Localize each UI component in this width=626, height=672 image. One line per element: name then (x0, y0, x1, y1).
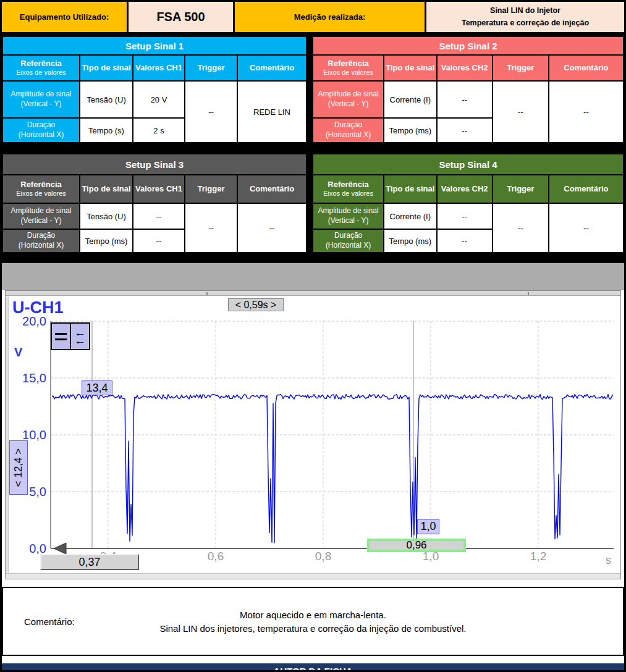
setup4-comment-value: -- (549, 203, 624, 253)
setup1-title: Setup Sinal 1 (2, 36, 307, 55)
setup1-amplitude-label: Amplitude de sinal(Vertical - Y) (2, 81, 80, 118)
measurement-value-line1: Sinal LIN do Injetor (490, 5, 560, 17)
setup3-col-trigger: Trigger (185, 175, 237, 203)
setup1-col-signal-type: Tipo de sinal (80, 55, 133, 81)
setup2-col-comment: Comentário (549, 55, 624, 81)
cursor2-voltage-readout: 1,0 (417, 519, 439, 534)
setup4-col-signal-type: Tipo de sinal (384, 175, 436, 203)
setup4-trigger-value: -- (493, 203, 549, 253)
footer-section-title: AUTOR DA FICHA (2, 666, 624, 670)
setup2-amplitude-label: Amplitude de sinal(Vertical - Y) (313, 81, 384, 118)
setup2-title: Setup Sinal 2 (313, 36, 624, 55)
setup4-col-trigger: Trigger (493, 175, 549, 203)
setup1-duration-value: 2 s (133, 118, 185, 143)
setup4-amplitude-value: -- (437, 203, 493, 229)
report-sheet: Equipamento Utilizado: FSA 500 Medição r… (0, 0, 626, 672)
setup-signal-4-table: Setup Sinal 4 ReferênciaEixos de valores… (312, 153, 624, 253)
cursor-delta-voltage-readout: < 12,4 > (9, 440, 28, 495)
setup2-col-values: Valores CH2 (437, 55, 493, 81)
setup3-amplitude-value: -- (133, 203, 185, 229)
setup-signal-2-table: Setup Sinal 2 ReferênciaEixos de valores… (312, 36, 624, 143)
setup1-col-reference: ReferênciaEixos de valores (2, 55, 80, 81)
cursor-delta-time-readout: < 0,59s > (228, 298, 284, 311)
equipment-used-label: Equipamento Utilizado: (2, 2, 129, 32)
setup3-col-comment: Comentário (237, 175, 307, 203)
setup2-col-trigger: Trigger (493, 55, 549, 81)
cursor-controls: ← ← (51, 322, 90, 350)
equipment-used-value: FSA 500 (129, 2, 235, 32)
signal-trace (52, 395, 613, 544)
setup2-trigger-value: -- (493, 81, 549, 143)
setup3-duration-value: -- (133, 229, 185, 253)
setup4-amplitude-label: Amplitude de sinal(Vertical - Y) (313, 203, 384, 229)
report-header-row: Equipamento Utilizado: FSA 500 Medição r… (2, 2, 624, 34)
setup1-duration-type: Tempo (s) (80, 118, 133, 143)
horizontal-bars-icon (55, 333, 67, 335)
setup4-title: Setup Sinal 4 (313, 154, 624, 175)
setup3-trigger-value: -- (185, 203, 237, 253)
setup2-duration-value: -- (437, 118, 493, 143)
setup2-col-signal-type: Tipo de sinal (384, 55, 436, 81)
setup1-col-comment: Comentário (237, 55, 307, 81)
x-tick-label: 0,8 (305, 550, 342, 563)
setup1-duration-label: Duração(Horizontal X) (2, 118, 80, 143)
separator-band (2, 263, 624, 290)
measurement-value: Sinal LIN do Injetor Temperatura e corre… (426, 2, 624, 32)
setup2-col-reference: ReferênciaEixos de valores (313, 55, 384, 81)
setup1-trigger-value: -- (185, 81, 237, 143)
setup4-duration-type: Tempo (ms) (384, 229, 436, 253)
y-tick-label: 15,0 (11, 371, 46, 385)
setup2-amplitude-value: -- (437, 81, 493, 118)
comment-section: Comentário: Motor aquecido e em marcha-l… (2, 587, 624, 656)
y-axis-unit-label: V (14, 345, 22, 359)
footer-section-band: AUTOR DA FICHA (2, 663, 624, 670)
setup1-col-values: Valores CH1 (133, 55, 185, 81)
x-axis-start-arrow (54, 543, 66, 554)
setup3-title: Setup Sinal 3 (2, 154, 307, 175)
setup4-col-comment: Comentário (549, 175, 624, 203)
measurement-report-page: { "colors":{"gold":"#FFC000","peach":"#F… (0, 0, 626, 672)
x-tick-label: 0,6 (197, 550, 234, 563)
comment-line1: Motor aquecido e em marcha-lenta. (3, 608, 623, 622)
comment-line2: Sinal LIN dos injetores, temperatura e c… (3, 622, 623, 636)
comment-text: Motor aquecido e em marcha-lenta. Sinal … (3, 608, 623, 636)
cursor1-voltage-readout: 13,4 (82, 380, 112, 395)
setup2-comment-value: -- (549, 81, 624, 143)
setup2-duration-label: Duração(Horizontal X) (313, 118, 384, 143)
measurement-value-line2: Temperatura e correção de injeção (462, 17, 589, 29)
left-arrow-icon: ← (74, 337, 86, 345)
setup4-col-values: Valores CH2 (437, 175, 493, 203)
setup3-amplitude-type: Tensão (U) (80, 203, 133, 229)
setup4-duration-label: Duração(Horizontal X) (313, 229, 384, 253)
setup3-duration-label: Duração(Horizontal X) (2, 229, 80, 253)
setup3-amplitude-label: Amplitude de sinal(Vertical - Y) (2, 203, 80, 229)
cursor2-time-handle[interactable]: 0,96 (367, 539, 466, 552)
x-axis-unit-label: s (580, 554, 611, 567)
y-tick-label: 20,0 (11, 314, 46, 329)
horizontal-bars-icon (55, 338, 67, 340)
setup3-col-reference: ReferênciaEixos de valores (2, 175, 80, 203)
setup1-amplitude-type: Tensão (U) (80, 81, 133, 118)
setup1-comment-value: REDE LIN (237, 81, 307, 143)
cursor-parallel-lines-button[interactable] (51, 322, 71, 350)
setup2-amplitude-type: Corrente (I) (384, 81, 436, 118)
measurement-label: Medição realizada: (235, 2, 426, 32)
setup4-duration-value: -- (437, 229, 493, 253)
setup1-amplitude-value: 20 V (133, 81, 185, 118)
setup-tables-section: Setup Sinal 1 ReferênciaEixos de valores… (2, 34, 624, 263)
setup-signal-3-table: Setup Sinal 3 ReferênciaEixos de valores… (2, 153, 307, 253)
setup4-col-reference: ReferênciaEixos de valores (313, 175, 384, 203)
setup3-duration-type: Tempo (ms) (80, 229, 133, 253)
setup3-col-signal-type: Tipo de sinal (80, 175, 133, 203)
setup1-col-trigger: Trigger (185, 55, 237, 81)
setup4-amplitude-type: Corrente (I) (384, 203, 436, 229)
oscilloscope-panel: U-CH1 < 0,59s > ← ← 20,0 15,0 10,0 5,0 0… (5, 290, 621, 579)
setup2-duration-type: Tempo (ms) (384, 118, 436, 143)
cursor-left-arrows-button[interactable]: ← ← (70, 322, 90, 350)
oscilloscope-plot (6, 291, 622, 580)
setup3-comment-value: -- (237, 203, 307, 253)
cursor1-time-handle[interactable]: 0,37 (40, 554, 139, 570)
x-tick-label: 1,2 (520, 550, 557, 563)
setup3-col-values: Valores CH1 (133, 175, 185, 203)
setup-signal-1-table: Setup Sinal 1 ReferênciaEixos de valores… (2, 36, 307, 143)
